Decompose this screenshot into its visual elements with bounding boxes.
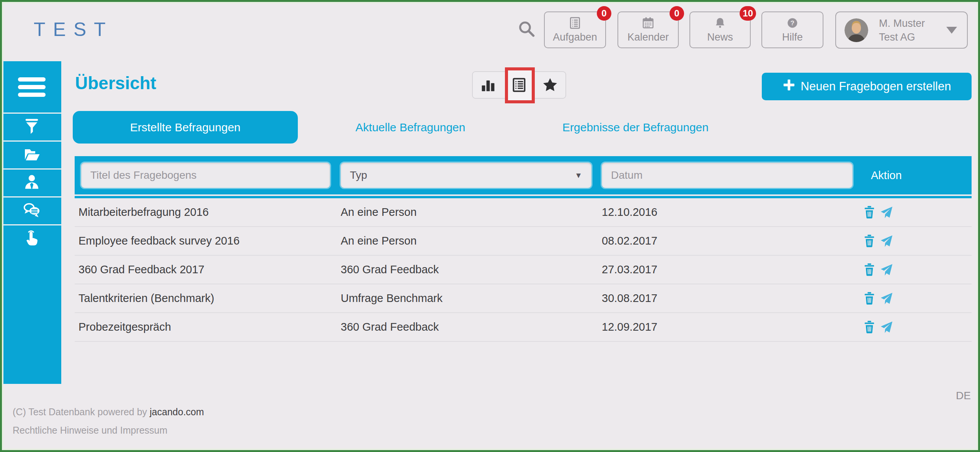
tasks-icon <box>568 16 581 29</box>
calendar-icon <box>642 16 655 29</box>
profile-menu[interactable]: M. Muster Test AG <box>835 11 968 49</box>
row-title: Talentkriterien (Benchmark) <box>78 284 214 312</box>
send-icon[interactable] <box>880 263 893 276</box>
footer-copyright: (C) Test Datenbank powered by jacando.co… <box>13 406 204 418</box>
row-date: 12.09.2017 <box>602 313 657 341</box>
trash-icon[interactable] <box>864 321 875 334</box>
table-row[interactable]: 360 Grad Feedback 2017 360 Grad Feedback… <box>75 256 972 284</box>
calendar-button[interactable]: 0 Kalender <box>617 11 679 48</box>
tab-bar: Erstellte Befragungen Aktuelle Befragung… <box>73 111 748 144</box>
avatar <box>844 18 868 42</box>
table-row[interactable]: Employee feedback survey 2016 An eine Pe… <box>75 227 972 256</box>
tasks-button[interactable]: 0 Aufgaben <box>544 11 606 48</box>
search-icon[interactable] <box>518 20 536 38</box>
tasks-badge: 0 <box>597 6 611 21</box>
select-caret-icon: ▼ <box>575 171 582 180</box>
title-filter-input[interactable] <box>81 163 330 188</box>
calendar-label: Kalender <box>627 31 669 43</box>
sidebar <box>2 61 61 384</box>
tasks-label: Aufgaben <box>553 31 597 43</box>
table-row[interactable]: Mitarbeiterbefragung 2016 An eine Person… <box>75 198 972 227</box>
menu-icon <box>18 77 46 97</box>
sidebar-item-employees[interactable] <box>2 168 61 196</box>
svg-text:?: ? <box>791 20 794 27</box>
row-title: Employee feedback survey 2016 <box>78 227 240 255</box>
help-icon: ? <box>786 16 799 29</box>
chevron-down-icon <box>946 27 957 34</box>
sidebar-item-folder[interactable] <box>2 140 61 168</box>
plus-icon <box>782 78 795 95</box>
list-icon[interactable] <box>508 77 531 93</box>
sidebar-item-selfservice[interactable] <box>2 224 61 252</box>
row-type: 360 Grad Feedback <box>341 256 439 284</box>
type-filter-value: Typ <box>350 169 367 181</box>
hand-click-icon <box>23 230 40 248</box>
row-type: An eine Person <box>341 198 416 226</box>
send-icon[interactable] <box>880 235 893 248</box>
send-icon[interactable] <box>880 321 893 334</box>
date-filter-input[interactable] <box>602 163 853 188</box>
trash-icon[interactable] <box>864 235 875 248</box>
row-title: Probezeitgespräch <box>78 313 171 341</box>
type-filter-select[interactable]: Typ ▼ <box>341 163 591 188</box>
row-date: 27.03.2017 <box>602 256 657 284</box>
news-badge: 10 <box>740 6 756 21</box>
row-title: 360 Grad Feedback 2017 <box>78 256 204 284</box>
trash-icon[interactable] <box>864 263 875 276</box>
language-indicator[interactable]: DE <box>956 390 971 402</box>
tab-erstellte-befragungen[interactable]: Erstellte Befragungen <box>73 111 298 144</box>
trash-icon[interactable] <box>864 292 875 305</box>
table-filter-bar: Typ ▼ Aktion <box>75 156 972 194</box>
profile-company: Test AG <box>879 30 925 44</box>
footer-legal-link[interactable]: Rechtliche Hinweise und Impressum <box>13 425 167 436</box>
tab-aktuelle-befragungen[interactable]: Aktuelle Befragungen <box>298 111 523 144</box>
send-icon[interactable] <box>880 206 893 219</box>
row-type: 360 Grad Feedback <box>341 313 439 341</box>
folder-icon <box>23 145 41 165</box>
trash-icon[interactable] <box>864 206 875 219</box>
help-button[interactable]: ? Hilfe <box>761 11 823 48</box>
profile-name: M. Muster <box>879 16 925 30</box>
create-questionnaire-button[interactable]: Neuen Fragebogen erstellen <box>762 73 972 100</box>
news-label: News <box>707 31 733 43</box>
page-title: Übersicht <box>75 73 156 93</box>
filter-icon <box>23 117 41 137</box>
help-label: Hilfe <box>782 31 803 43</box>
row-date: 30.08.2017 <box>602 284 657 312</box>
chat-icon <box>23 201 41 221</box>
send-icon[interactable] <box>880 292 893 305</box>
bell-icon <box>714 16 726 29</box>
row-type: An eine Person <box>341 227 416 255</box>
table-row[interactable]: Probezeitgespräch 360 Grad Feedback 12.0… <box>75 313 972 342</box>
action-column-header: Aktion <box>871 156 902 194</box>
footer-brand-link[interactable]: jacando.com <box>150 406 204 417</box>
footer-copyright-text: (C) Test Datenbank powered by <box>13 406 150 417</box>
questionnaire-table: Mitarbeiterbefragung 2016 An eine Person… <box>75 198 972 342</box>
row-type: Umfrage Benchmark <box>341 284 443 312</box>
app-logo: TEST <box>34 18 113 41</box>
news-button[interactable]: 10 News <box>689 11 751 48</box>
tab-ergebnisse-der-befragungen[interactable]: Ergebnisse der Befragungen <box>523 111 748 144</box>
star-icon[interactable] <box>539 77 562 93</box>
bar-chart-icon[interactable] <box>477 77 500 93</box>
sidebar-item-filter[interactable] <box>2 113 61 140</box>
view-toggle <box>472 71 566 99</box>
row-title: Mitarbeiterbefragung 2016 <box>78 198 209 226</box>
row-date: 08.02.2017 <box>602 227 657 255</box>
sidebar-item-chat[interactable] <box>2 196 61 224</box>
person-icon <box>23 173 41 193</box>
calendar-badge: 0 <box>670 6 684 21</box>
table-row[interactable]: Talentkriterien (Benchmark) Umfrage Benc… <box>75 284 972 313</box>
sidebar-item-menu[interactable] <box>2 61 61 113</box>
create-questionnaire-label: Neuen Fragebogen erstellen <box>801 80 951 93</box>
row-date: 12.10.2016 <box>602 198 657 226</box>
